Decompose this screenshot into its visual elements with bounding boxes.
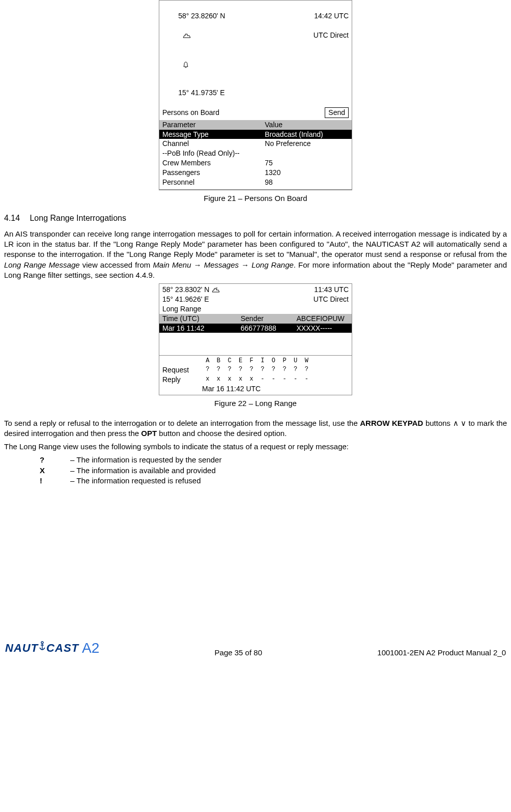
symbol-item: ? – The information is requested by the … [40, 455, 507, 465]
symbol-description: – The information requested is refused [70, 476, 201, 486]
table-row: Passengers 1320 [159, 168, 352, 178]
cell-value: 75 [265, 158, 349, 168]
table-header-parameter: Parameter [162, 120, 265, 130]
svg-point-1 [41, 642, 43, 644]
blank-area [159, 333, 352, 356]
symbol-item: X – The information is available and pro… [40, 466, 507, 476]
symbol-item: ! – The information requested is refused [40, 476, 507, 486]
latitude: 58° 23.8260' N [178, 12, 225, 20]
request-label: Request [162, 365, 202, 375]
request-row: Request ? ? ? ? ? ? ? ? ? ? [159, 365, 352, 375]
cell-param: Channel [162, 139, 265, 149]
time-utc: 11:43 UTC [314, 285, 349, 294]
reply-row: Reply x x x x x - - - - - [159, 375, 352, 385]
screen-title: Persons on Board [162, 108, 325, 118]
cell-param: --PoB Info (Read Only)-- [162, 149, 265, 158]
paragraph-instructions: To send a reply or refusal to the interr… [4, 418, 507, 439]
table-row: Crew Members 75 [159, 158, 352, 168]
table-row: Personnel 98 [159, 178, 352, 187]
longitude: 15° 41.9735' E [178, 89, 225, 97]
table-row-selected: Message Type Broadcast (Inland) [159, 130, 352, 139]
longitude: 15° 41.9626' E [162, 295, 209, 303]
cell-param: Crew Members [162, 158, 265, 168]
cell-param: Message Type [162, 130, 265, 139]
logo-naut: NAUT [5, 641, 38, 656]
symbol-description: – The information is available and provi… [70, 466, 216, 476]
anchor-icon [38, 641, 46, 656]
table-row-selected: Mar 16 11:42 666777888 XXXXX----- [159, 324, 352, 333]
letter-row: A B C E F I O P U W [159, 356, 352, 365]
cell-value: Broadcast (Inland) [265, 130, 349, 139]
cell-value: No Preference [265, 139, 349, 149]
screen-title-row: Persons on Board Send [159, 107, 352, 120]
reply-label: Reply [162, 375, 202, 385]
document-id: 1001001-2EN A2 Product Manual 2_0 [377, 648, 506, 658]
cell-value: 98 [265, 178, 349, 187]
figure-22-caption: Figure 22 – Long Range [4, 398, 507, 409]
figure-22-screenshot: 58° 23.8302' N ? 15° 41.9626' E 11:43 UT… [159, 283, 352, 395]
page-number: Page 35 of 80 [215, 648, 262, 658]
table-row: --PoB Info (Read Only)-- [159, 149, 352, 158]
italic-text: Main Menu → Messages → Long Range [153, 260, 293, 269]
logo-cast: CAST [46, 641, 79, 656]
figure-21-screenshot: 58° 23.8260' N 15° 41.9735' E 14:42 UTC … [159, 0, 352, 190]
cell-param: Personnel [162, 178, 265, 187]
page-footer: NAUT CAST A2 Page 35 of 80 1001001-2EN A… [0, 639, 511, 664]
status-bar: 58° 23.8260' N 15° 41.9735' E 14:42 UTC … [159, 1, 352, 107]
header-sender: Sender [241, 314, 297, 324]
cell-param: Passengers [162, 168, 265, 178]
header-flags: ABCEFIOPUW [297, 314, 349, 324]
symbol: ! [40, 476, 70, 486]
bold-text: OPT [141, 429, 157, 438]
table-header: Time (UTC) Sender ABCEFIOPUW [159, 314, 352, 324]
cell-value: 1320 [265, 168, 349, 178]
bold-text: ARROW KEYPAD [360, 419, 423, 427]
latitude: 58° 23.8302' N [162, 285, 209, 294]
symbol-description: – The information is requested by the se… [70, 455, 221, 465]
table-header: Parameter Value [159, 120, 352, 130]
text: view accessed from [80, 260, 153, 269]
logo-a2: A2 [82, 639, 99, 658]
time-utc: 14:42 UTC [314, 12, 349, 20]
section-title: Long Range Interrogations [30, 214, 126, 222]
screen-title: Long Range [159, 304, 352, 314]
header-time: Time (UTC) [162, 314, 241, 324]
symbol: ? [40, 455, 70, 465]
text: button and choose the desired option. [157, 429, 287, 438]
reply-values: x x x x x - - - - - [202, 375, 308, 385]
table-header-value: Value [265, 120, 349, 130]
svg-text:?: ? [216, 287, 218, 290]
paragraph-symbols-intro: The Long Range view uses the following s… [4, 442, 507, 452]
symbol: X [40, 466, 70, 476]
request-values: ? ? ? ? ? ? ? ? ? ? [202, 365, 308, 375]
section-number: 4.14 [4, 213, 27, 224]
text: To send a reply or refusal to the interr… [4, 419, 360, 427]
lr-icon: ? [211, 285, 220, 294]
cell-time: Mar 16 11:42 [162, 324, 241, 333]
bell-icon [162, 60, 189, 77]
cell-sender: 666777888 [241, 324, 297, 333]
utc-mode: UTC Direct [314, 31, 349, 39]
utc-mode: UTC Direct [314, 295, 349, 303]
nauticast-logo: NAUT CAST A2 [5, 639, 99, 658]
figure-21-caption: Figure 21 – Persons On Board [4, 193, 507, 204]
text: An AIS transponder can receive long rang… [4, 229, 507, 259]
reply-timestamp: Mar 16 11:42 UTC [159, 384, 352, 395]
section-heading: 4.14 Long Range Interrogations [4, 213, 507, 224]
cell-flags: XXXXX----- [297, 324, 349, 333]
ship-icon [162, 31, 191, 49]
italic-text: Long Range Message [4, 260, 80, 269]
cell-value [265, 149, 349, 158]
send-button[interactable]: Send [325, 107, 349, 118]
paragraph-intro: An AIS transponder can receive long rang… [4, 229, 507, 280]
table-row: Channel No Preference [159, 139, 352, 149]
status-bar: 58° 23.8302' N ? 15° 41.9626' E 11:43 UT… [159, 284, 352, 304]
symbol-list: ? – The information is requested by the … [40, 455, 507, 486]
